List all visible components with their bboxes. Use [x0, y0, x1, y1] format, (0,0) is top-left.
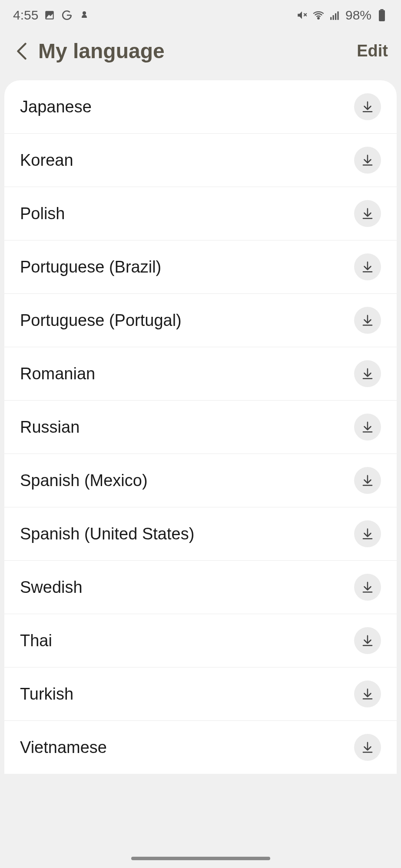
page-title: My language [38, 39, 357, 63]
download-button[interactable] [354, 681, 381, 707]
language-label: Polish [20, 204, 65, 223]
language-label: Thai [20, 631, 52, 650]
list-item-romanian[interactable]: Romanian [4, 347, 397, 401]
language-label: Korean [20, 151, 73, 170]
download-button[interactable] [354, 93, 381, 120]
language-label: Japanese [20, 98, 92, 116]
download-button[interactable] [354, 574, 381, 601]
edit-button[interactable]: Edit [357, 42, 388, 60]
status-right: 98% [296, 8, 388, 23]
list-item-spanish-mexico[interactable]: Spanish (Mexico) [4, 454, 397, 507]
navigation-handle[interactable] [131, 857, 270, 860]
list-item-russian[interactable]: Russian [4, 401, 397, 454]
signal-icon [329, 9, 341, 21]
list-item-turkish[interactable]: Turkish [4, 667, 397, 721]
gallery-icon [43, 9, 56, 21]
status-time: 4:55 [13, 8, 38, 23]
svg-rect-7 [335, 13, 336, 20]
download-button[interactable] [354, 734, 381, 761]
list-item-korean[interactable]: Korean [4, 134, 397, 187]
svg-rect-6 [333, 15, 334, 20]
svg-point-1 [83, 11, 86, 15]
language-label: Russian [20, 418, 80, 437]
language-label: Turkish [20, 685, 73, 704]
language-label: Swedish [20, 578, 83, 597]
list-item-portuguese-portugal[interactable]: Portuguese (Portugal) [4, 294, 397, 347]
battery-icon [376, 9, 388, 21]
download-button[interactable] [354, 414, 381, 441]
list-item-thai[interactable]: Thai [4, 614, 397, 667]
download-button[interactable] [354, 520, 381, 547]
download-button[interactable] [354, 360, 381, 387]
list-item-portuguese-brazil[interactable]: Portuguese (Brazil) [4, 240, 397, 294]
language-label: Spanish (United States) [20, 525, 194, 543]
download-button[interactable] [354, 200, 381, 227]
list-item-polish[interactable]: Polish [4, 187, 397, 240]
download-button[interactable] [354, 253, 381, 280]
download-button[interactable] [354, 307, 381, 334]
battery-percent: 98% [345, 8, 371, 23]
language-label: Vietnamese [20, 738, 107, 757]
back-button[interactable] [13, 43, 30, 60]
download-button[interactable] [354, 147, 381, 174]
svg-point-4 [318, 17, 319, 19]
svg-rect-8 [337, 11, 338, 20]
download-button[interactable] [354, 467, 381, 494]
mute-icon [296, 9, 308, 21]
svg-rect-9 [381, 9, 384, 10]
download-button[interactable] [354, 627, 381, 654]
list-item-vietnamese[interactable]: Vietnamese [4, 721, 397, 774]
status-left: 4:55 [13, 8, 90, 23]
svg-rect-10 [379, 10, 385, 21]
app-icon [78, 9, 90, 21]
language-label: Romanian [20, 365, 95, 383]
google-icon [61, 9, 73, 21]
language-label: Portuguese (Portugal) [20, 311, 182, 330]
list-item-spanish-us[interactable]: Spanish (United States) [4, 507, 397, 561]
wifi-icon [312, 9, 325, 21]
language-label: Spanish (Mexico) [20, 471, 148, 490]
language-label: Portuguese (Brazil) [20, 258, 161, 276]
list-item-swedish[interactable]: Swedish [4, 561, 397, 614]
language-list: Japanese Korean Polish [4, 80, 397, 774]
svg-rect-5 [330, 17, 331, 20]
status-bar: 4:55 [0, 0, 401, 30]
list-item-japanese[interactable]: Japanese [4, 80, 397, 134]
header: My language Edit [0, 30, 401, 80]
